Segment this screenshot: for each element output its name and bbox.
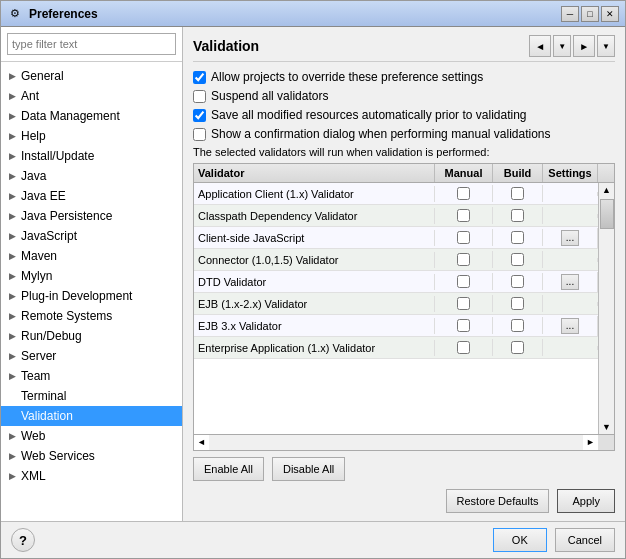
sidebar-item-terminal[interactable]: Terminal	[1, 386, 182, 406]
sidebar-item-run/debug[interactable]: ▶Run/Debug	[1, 326, 182, 346]
ok-button[interactable]: OK	[493, 528, 547, 552]
disable-all-button[interactable]: Disable All	[272, 457, 345, 481]
sidebar-item-javascript[interactable]: ▶JavaScript	[1, 226, 182, 246]
sidebar-item-xml[interactable]: ▶XML	[1, 466, 182, 486]
footer-right: OK Cancel	[493, 528, 615, 552]
tree-arrow: ▶	[9, 131, 21, 141]
suspend-validators-checkbox[interactable]	[193, 90, 206, 103]
sidebar-item-web[interactable]: ▶Web	[1, 426, 182, 446]
settings-button-6[interactable]: ...	[561, 318, 579, 334]
sidebar-item-label: Web Services	[21, 449, 95, 463]
sidebar-item-remote-systems[interactable]: ▶Remote Systems	[1, 306, 182, 326]
forward-dropdown-button[interactable]: ▼	[597, 35, 615, 57]
h-scroll-row: ◄ ►	[194, 434, 614, 450]
td-validator-1: Classpath Dependency Validator	[194, 208, 435, 224]
scrollbar-thumb[interactable]	[600, 199, 614, 229]
sidebar-item-label: Mylyn	[21, 269, 52, 283]
sidebar-item-label: Data Management	[21, 109, 120, 123]
build-checkbox-0[interactable]	[511, 187, 524, 200]
sidebar-item-label: XML	[21, 469, 46, 483]
sidebar-item-server[interactable]: ▶Server	[1, 346, 182, 366]
manual-checkbox-7[interactable]	[457, 341, 470, 354]
apply-button[interactable]: Apply	[557, 489, 615, 513]
manual-checkbox-6[interactable]	[457, 319, 470, 332]
maximize-button[interactable]: □	[581, 6, 599, 22]
back-dropdown-button[interactable]: ▼	[553, 35, 571, 57]
enable-all-button[interactable]: Enable All	[193, 457, 264, 481]
td-validator-3: Connector (1.0,1.5) Validator	[194, 252, 435, 268]
sidebar-item-general[interactable]: ▶General	[1, 66, 182, 86]
sidebar-item-java[interactable]: ▶Java	[1, 166, 182, 186]
sidebar-item-label: Server	[21, 349, 56, 363]
sidebar-item-java-persistence[interactable]: ▶Java Persistence	[1, 206, 182, 226]
sidebar-item-web-services[interactable]: ▶Web Services	[1, 446, 182, 466]
settings-button-2[interactable]: ...	[561, 230, 579, 246]
save-modified-checkbox[interactable]	[193, 109, 206, 122]
td-manual-0	[435, 185, 493, 202]
build-checkbox-3[interactable]	[511, 253, 524, 266]
td-validator-4: DTD Validator	[194, 274, 435, 290]
sidebar-item-mylyn[interactable]: ▶Mylyn	[1, 266, 182, 286]
sidebar-item-help[interactable]: ▶Help	[1, 126, 182, 146]
sidebar-item-label: Remote Systems	[21, 309, 112, 323]
forward-button[interactable]: ►	[573, 35, 595, 57]
table-scrollbar[interactable]: ▲ ▼	[598, 183, 614, 434]
manual-checkbox-5[interactable]	[457, 297, 470, 310]
show-confirmation-checkbox[interactable]	[193, 128, 206, 141]
table-row: Classpath Dependency Validator	[194, 205, 598, 227]
h-scroll-right[interactable]: ►	[583, 435, 598, 450]
build-checkbox-7[interactable]	[511, 341, 524, 354]
cancel-button[interactable]: Cancel	[555, 528, 615, 552]
td-build-1	[493, 207, 543, 224]
h-scroll-left[interactable]: ◄	[194, 435, 209, 450]
sidebar-item-team[interactable]: ▶Team	[1, 366, 182, 386]
td-build-2	[493, 229, 543, 246]
td-validator-7: Enterprise Application (1.x) Validator	[194, 340, 435, 356]
tree-arrow: ▶	[9, 111, 21, 121]
bottom-buttons: Restore Defaults Apply	[193, 489, 615, 513]
td-build-0	[493, 185, 543, 202]
tree-arrow: ▶	[9, 451, 21, 461]
title-bar: ⚙ Preferences ─ □ ✕	[1, 1, 625, 27]
minimize-button[interactable]: ─	[561, 6, 579, 22]
build-checkbox-5[interactable]	[511, 297, 524, 310]
restore-defaults-button[interactable]: Restore Defaults	[446, 489, 550, 513]
manual-checkbox-2[interactable]	[457, 231, 470, 244]
manual-checkbox-4[interactable]	[457, 275, 470, 288]
build-checkbox-2[interactable]	[511, 231, 524, 244]
sidebar-item-data-management[interactable]: ▶Data Management	[1, 106, 182, 126]
sidebar-item-maven[interactable]: ▶Maven	[1, 246, 182, 266]
help-button[interactable]: ?	[11, 528, 35, 552]
sidebar-item-label: Java Persistence	[21, 209, 112, 223]
tree-arrow: ▶	[9, 91, 21, 101]
tree-arrow: ▶	[9, 351, 21, 361]
back-button[interactable]: ◄	[529, 35, 551, 57]
td-validator-6: EJB 3.x Validator	[194, 318, 435, 334]
sidebar-item-ant[interactable]: ▶Ant	[1, 86, 182, 106]
th-manual: Manual	[435, 164, 493, 182]
sidebar-item-install/update[interactable]: ▶Install/Update	[1, 146, 182, 166]
tree-arrow: ▶	[9, 311, 21, 321]
sidebar-item-label: General	[21, 69, 64, 83]
td-settings-2: ...	[543, 228, 598, 248]
allow-override-checkbox[interactable]	[193, 71, 206, 84]
build-checkbox-1[interactable]	[511, 209, 524, 222]
sidebar-item-label: Install/Update	[21, 149, 94, 163]
build-checkbox-6[interactable]	[511, 319, 524, 332]
manual-checkbox-1[interactable]	[457, 209, 470, 222]
td-build-5	[493, 295, 543, 312]
sidebar-item-plug-in-development[interactable]: ▶Plug-in Development	[1, 286, 182, 306]
settings-button-4[interactable]: ...	[561, 274, 579, 290]
manual-checkbox-0[interactable]	[457, 187, 470, 200]
h-scroll-track[interactable]	[209, 435, 583, 450]
sidebar-item-validation[interactable]: Validation	[1, 406, 182, 426]
sidebar-item-java-ee[interactable]: ▶Java EE	[1, 186, 182, 206]
sidebar-item-label: JavaScript	[21, 229, 77, 243]
td-build-3	[493, 251, 543, 268]
th-validator: Validator	[194, 164, 435, 182]
manual-checkbox-3[interactable]	[457, 253, 470, 266]
filter-input[interactable]	[7, 33, 176, 55]
build-checkbox-4[interactable]	[511, 275, 524, 288]
close-button[interactable]: ✕	[601, 6, 619, 22]
td-validator-5: EJB (1.x-2.x) Validator	[194, 296, 435, 312]
